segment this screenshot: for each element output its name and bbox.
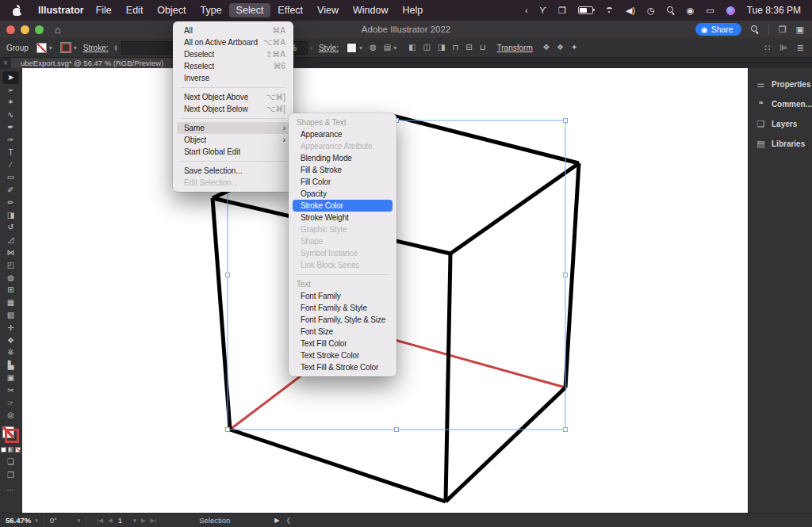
menu-item-text-fill-stroke-color[interactable]: Text Fill & Stroke Color: [293, 361, 393, 373]
panel-libraries[interactable]: ▤Libraries: [749, 134, 812, 154]
menu-item-next-object-above[interactable]: Next Object Above⌥⌘]: [177, 91, 289, 103]
stroke-chevron-icon[interactable]: ▾: [74, 44, 77, 52]
opacity-more-icon[interactable]: ›: [310, 44, 312, 52]
dock-panel-icon[interactable]: ⊫: [779, 44, 787, 52]
menu-item-fill-color[interactable]: Fill Color: [293, 176, 393, 188]
magic-wand-tool[interactable]: ✶: [0, 97, 21, 109]
stroke-label[interactable]: Stroke:: [83, 44, 109, 52]
panel-properties[interactable]: ⚌Properties: [749, 74, 812, 94]
volume-icon[interactable]: ◀): [626, 6, 635, 15]
stroke-weight-field[interactable]: [121, 41, 172, 55]
graphic-style-icon[interactable]: ✦: [571, 44, 577, 52]
artboard-number[interactable]: 1: [118, 516, 122, 525]
free-transform-tool[interactable]: ◰: [0, 259, 21, 272]
symbol-sprayer-tool[interactable]: ※: [0, 347, 21, 360]
eraser-tool[interactable]: ◨: [0, 209, 21, 222]
scale-tool[interactable]: ◿: [0, 234, 21, 246]
screen-mode-icon[interactable]: ❐: [7, 472, 14, 479]
zoom-level[interactable]: 56.47%: [6, 516, 31, 525]
tools-overflow-icon[interactable]: ⋯: [7, 486, 15, 494]
mission-control-icon[interactable]: ❐: [558, 6, 566, 15]
overflow-menu-icon[interactable]: ≣: [797, 44, 804, 52]
transform-label[interactable]: Transform: [497, 44, 533, 52]
gradient-tool[interactable]: ▧: [0, 309, 21, 322]
menu-item-text-fill-color[interactable]: Text Fill Color: [293, 338, 393, 349]
type-tool[interactable]: T: [0, 147, 21, 159]
menubar-app-name[interactable]: Illustrator: [38, 5, 84, 16]
menubar-view[interactable]: View: [310, 3, 346, 17]
menu-item-all[interactable]: All⌘A: [177, 25, 289, 36]
free-transform-icon[interactable]: ✥: [543, 44, 550, 52]
stroke-red-indicator[interactable]: [5, 429, 19, 443]
mesh-tool[interactable]: ▦: [0, 296, 21, 309]
display-icon[interactable]: ▭: [706, 6, 714, 15]
status-back-icon[interactable]: ❮: [285, 517, 291, 524]
apple-menu-icon[interactable]: [13, 6, 22, 16]
share-button[interactable]: ◉ Share: [695, 23, 741, 36]
align-v-center-icon[interactable]: ⊟: [465, 44, 472, 52]
panel-layers[interactable]: ❏Layers: [749, 114, 812, 134]
fill-chevron-icon[interactable]: ▾: [49, 44, 52, 52]
menubar-help[interactable]: Help: [395, 3, 430, 17]
battery-icon[interactable]: [578, 6, 593, 14]
menu-item-font-family[interactable]: Font Family: [293, 290, 393, 302]
menu-item-opacity[interactable]: Opacity: [293, 188, 393, 200]
home-icon[interactable]: ⌂: [55, 24, 61, 36]
lasso-tool[interactable]: ∿: [0, 109, 21, 121]
menubar-window[interactable]: Window: [346, 3, 395, 17]
blend-tool[interactable]: ❖: [0, 334, 21, 347]
menu-item-all-on-active-artboard[interactable]: All on Active Artboard⌥⌘A: [177, 36, 289, 48]
isolate-mode-icon[interactable]: ❖: [557, 44, 564, 52]
menu-item-blending-mode[interactable]: Blending Mode: [293, 152, 393, 164]
first-artboard-icon[interactable]: |◀: [97, 517, 103, 524]
rotate-tool[interactable]: ↺: [0, 222, 21, 235]
align-right-icon[interactable]: ◨: [438, 44, 445, 52]
slice-tool[interactable]: ✂: [0, 384, 21, 397]
align-bottom-icon[interactable]: ⊔: [480, 44, 486, 52]
menu-item-appearance[interactable]: Appearance: [293, 128, 393, 140]
hand-tool[interactable]: ☞: [0, 397, 21, 410]
search-icon[interactable]: [751, 25, 759, 33]
prev-artboard-icon[interactable]: ◀: [108, 517, 113, 524]
menu-item-font-family-style[interactable]: Font Family & Style: [293, 302, 393, 314]
menu-item-deselect[interactable]: Deselect⇧⌘A: [177, 48, 289, 60]
menu-item-save-selection[interactable]: Save Selection...: [177, 165, 289, 177]
menubar-edit[interactable]: Edit: [119, 3, 151, 17]
panel-commen[interactable]: ❝Commen...: [749, 94, 812, 114]
control-center-icon[interactable]: ◉: [687, 6, 695, 15]
curvature-tool[interactable]: ✑: [0, 134, 21, 147]
time-machine-icon[interactable]: ◷: [647, 6, 655, 15]
doc-setup-chevron-icon[interactable]: ▾: [393, 44, 396, 52]
color-button[interactable]: [1, 447, 6, 453]
perspective-grid-tool[interactable]: ⊞: [0, 285, 21, 297]
menubar-select[interactable]: Select: [229, 3, 271, 17]
workspace-switcher-icon[interactable]: ❐: [779, 25, 787, 35]
fill-stroke-indicator[interactable]: [2, 426, 19, 443]
style-label[interactable]: Style:: [319, 44, 339, 52]
document-setup-icon[interactable]: ▤: [384, 44, 391, 52]
menu-item-fill-stroke[interactable]: Fill & Stroke: [293, 164, 393, 176]
window-zoom-button[interactable]: [35, 25, 44, 34]
stroke-weight-stepper[interactable]: ▴ ▾: [115, 44, 117, 51]
menubar-type[interactable]: Type: [193, 3, 229, 17]
menubar-effect[interactable]: Effect: [270, 3, 310, 17]
rectangle-tool[interactable]: ▭: [0, 171, 21, 184]
menu-item-font-size[interactable]: Font Size: [293, 326, 393, 338]
gradient-button[interactable]: [8, 447, 13, 453]
menubar-clock[interactable]: Tue 8:36 PM: [747, 5, 801, 16]
window-minimize-button[interactable]: [21, 25, 29, 34]
rotation-chevron-icon[interactable]: ▾: [78, 517, 81, 524]
style-swatch[interactable]: [347, 43, 357, 53]
align-left-icon[interactable]: ◧: [408, 44, 416, 52]
graph-tool[interactable]: ▙: [0, 359, 21, 372]
menu-item-next-object-below[interactable]: Next Object Below⌥⌘[: [177, 103, 289, 115]
zoom-tool[interactable]: ◎: [0, 410, 21, 422]
line-segment-tool[interactable]: ∕: [0, 159, 21, 172]
shortcuts-icon[interactable]: ϒ: [540, 6, 547, 15]
last-artboard-icon[interactable]: ▶|: [150, 517, 156, 524]
spotlight-icon[interactable]: [667, 6, 675, 14]
menubar-object[interactable]: Object: [150, 3, 193, 17]
next-artboard-icon[interactable]: ▶: [141, 517, 146, 524]
workspace-grid-icon[interactable]: ∷: [764, 44, 770, 52]
none-button[interactable]: [15, 447, 21, 453]
